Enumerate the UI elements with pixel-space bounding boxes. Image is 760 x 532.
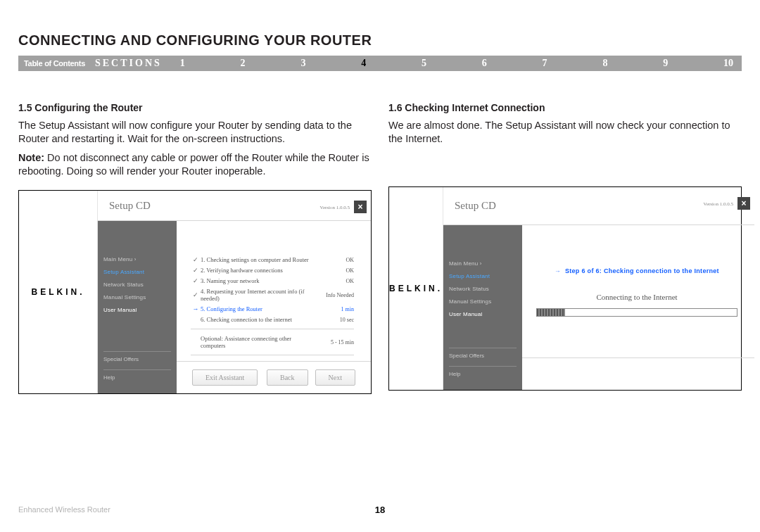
progress-fill (537, 309, 565, 316)
step-label: 6. Checking connection to the internet (201, 316, 316, 323)
step-label: 2. Verifying hardware connections (201, 267, 316, 274)
wizard-body: ✓1. Checking settings on computer and Ro… (177, 221, 371, 361)
section-link-4[interactable]: 4 (361, 58, 366, 69)
step-status: OK (316, 267, 354, 274)
note-label: Note: (18, 152, 44, 163)
brand-logo: BELKIN. (389, 284, 443, 293)
step-row-2: ✓2. Verifying hardware connectionsOK (191, 267, 354, 274)
check-icon: ✓ (191, 256, 201, 263)
connecting-text: Connecting to the Internet (536, 293, 737, 301)
section-link-7[interactable]: 7 (543, 58, 547, 69)
wizard-title: Setup CD (98, 200, 151, 212)
sidebar-item-help[interactable]: Help (103, 374, 171, 381)
sidebar-item-manual-settings[interactable]: Manual Settings (103, 294, 171, 300)
exit-assistant-button[interactable]: Exit Assistant (192, 369, 258, 386)
wizard-body: → Step 6 of 6: Checking connection to th… (522, 225, 754, 357)
step-row-5: →5. Configuring the Router1 min (191, 305, 354, 312)
right-para-1: We are almost done. The Setup Assistant … (388, 119, 742, 146)
step-row-6: 6. Checking connection to the internet10… (191, 316, 354, 323)
wizard-sidebar: Main Menu › Setup Assistant Network Stat… (443, 225, 522, 390)
sidebar-item-setup-assistant[interactable]: Setup Assistant (103, 269, 171, 275)
step-status: 10 sec (316, 317, 354, 323)
wizard-version: Version 1.0.0.5 (704, 201, 733, 207)
wizard-screenshot-configuring: BELKIN. Setup CD Version 1.0.0.5 × Main … (18, 190, 372, 394)
check-icon: ✓ (191, 291, 201, 298)
wizard-header: Setup CD Version 1.0.0.5 × (98, 191, 371, 221)
left-column: 1.5 Configuring the Router The Setup Ass… (18, 102, 372, 394)
step-status: 1 min (316, 306, 354, 312)
step-status: OK (316, 278, 354, 284)
note-text: Do not disconnect any cable or power off… (18, 152, 369, 177)
section-link-10[interactable]: 10 (723, 58, 733, 69)
right-heading: 1.6 Checking Internet Connection (388, 102, 742, 113)
step-status: OK (316, 257, 354, 263)
sections-label: SECTIONS (95, 58, 180, 69)
wizard-screenshot-checking: BELKIN. Setup CD Version 1.0.0.5 × Main … (388, 186, 742, 391)
sidebar-item-manual-settings[interactable]: Manual Settings (449, 298, 517, 305)
sidebar-item-help[interactable]: Help (449, 371, 517, 377)
sidebar-item-user-manual[interactable]: User Manual (103, 307, 171, 313)
left-heading: 1.5 Configuring the Router (18, 102, 372, 113)
step-label: 5. Configuring the Router (201, 305, 316, 312)
wizard-footer (522, 357, 754, 390)
step-label: 4. Requesting your Internet account info… (201, 288, 316, 302)
section-link-1[interactable]: 1 (180, 58, 185, 69)
left-para-2: Note: Do not disconnect any cable or pow… (18, 151, 372, 178)
toc-link[interactable]: Table of Contents (18, 59, 95, 68)
step-label: Optional: Assistance connecting other co… (201, 335, 316, 349)
close-icon[interactable]: × (737, 197, 750, 210)
sidebar-item-main-menu[interactable]: Main Menu › (449, 260, 517, 267)
brand-box: BELKIN. (19, 191, 98, 393)
brand-logo: BELKIN. (32, 287, 85, 297)
step-label: 1. Checking settings on computer and Rou… (201, 256, 316, 263)
check-icon: ✓ (191, 267, 201, 274)
close-icon[interactable]: × (354, 201, 367, 213)
product-name: Enhanced Wireless Router (18, 505, 110, 514)
sidebar-item-main-menu[interactable]: Main Menu › (103, 256, 171, 262)
section-link-8[interactable]: 8 (602, 58, 607, 69)
right-column: 1.6 Checking Internet Connection We are … (388, 102, 742, 394)
arrow-right-icon: → (191, 305, 201, 312)
section-link-6[interactable]: 6 (482, 58, 487, 69)
page-title: CONNECTING AND CONFIGURING YOUR ROUTER (18, 32, 742, 49)
section-link-2[interactable]: 2 (241, 58, 246, 69)
brand-box: BELKIN. (389, 187, 443, 390)
step-status: 5 - 15 min (316, 339, 354, 346)
section-link-3[interactable]: 3 (300, 58, 305, 69)
arrow-right-icon: → (555, 267, 561, 274)
check-icon: ✓ (191, 277, 201, 284)
page-footer: Enhanced Wireless Router 18 (18, 505, 742, 514)
sidebar-item-user-manual[interactable]: User Manual (449, 311, 517, 317)
wizard-title: Setup CD (443, 200, 496, 212)
section-numbers: 1 2 3 4 5 6 7 8 9 10 (180, 58, 742, 69)
wizard-sidebar: Main Menu › Setup Assistant Network Stat… (98, 221, 177, 393)
sidebar-item-network-status[interactable]: Network Status (103, 281, 171, 288)
section-nav: Table of Contents SECTIONS 1 2 3 4 5 6 7… (18, 56, 742, 71)
section-link-9[interactable]: 9 (663, 58, 668, 69)
step-banner: → Step 6 of 6: Checking connection to th… (536, 267, 737, 274)
page-number: 18 (375, 505, 385, 515)
wizard-header: Setup CD Version 1.0.0.5 × (443, 187, 754, 225)
sidebar-item-network-status[interactable]: Network Status (449, 286, 517, 292)
sidebar-item-special-offers[interactable]: Special Offers (103, 356, 171, 362)
step-row-optional: Optional: Assistance connecting other co… (191, 335, 354, 349)
next-button[interactable]: Next (315, 369, 355, 386)
sidebar-item-setup-assistant[interactable]: Setup Assistant (449, 273, 517, 279)
sidebar-item-special-offers[interactable]: Special Offers (449, 353, 517, 359)
step-row-1: ✓1. Checking settings on computer and Ro… (191, 256, 354, 263)
step-label: 3. Naming your network (201, 277, 316, 284)
step-row-4: ✓4. Requesting your Internet account inf… (191, 288, 354, 302)
left-para-1: The Setup Assistant will now configure y… (18, 119, 372, 146)
back-button[interactable]: Back (267, 369, 308, 386)
wizard-version: Version 1.0.0.5 (320, 205, 350, 210)
section-link-5[interactable]: 5 (422, 58, 426, 69)
step-banner-text: Step 6 of 6: Checking connection to the … (565, 267, 719, 274)
wizard-footer: Exit Assistant Back Next (177, 361, 371, 393)
step-status: Info Needed (316, 292, 354, 298)
progress-bar (536, 308, 737, 317)
step-row-3: ✓3. Naming your networkOK (191, 277, 354, 284)
